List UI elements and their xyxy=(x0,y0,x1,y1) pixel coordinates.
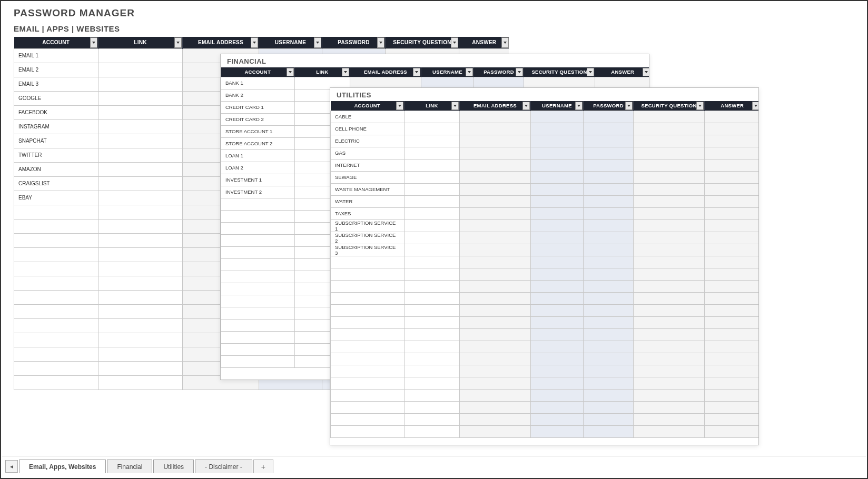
cell[interactable] xyxy=(531,171,584,183)
cell[interactable] xyxy=(221,246,295,258)
cell[interactable] xyxy=(584,377,634,389)
cell[interactable]: INTERNET xyxy=(331,159,405,171)
cell[interactable] xyxy=(460,207,531,219)
cell[interactable] xyxy=(460,328,531,341)
cell[interactable] xyxy=(584,111,634,123)
cell[interactable] xyxy=(634,316,705,328)
cell[interactable] xyxy=(460,135,531,147)
cell[interactable] xyxy=(98,77,183,91)
cell[interactable] xyxy=(584,389,634,401)
cell[interactable] xyxy=(634,268,705,280)
cell[interactable] xyxy=(405,413,460,425)
cell[interactable]: STORE ACCOUNT 2 xyxy=(221,137,295,149)
cell[interactable] xyxy=(531,207,584,219)
cell[interactable] xyxy=(460,292,531,304)
cell[interactable] xyxy=(98,91,183,105)
cell[interactable] xyxy=(634,159,705,171)
cell[interactable] xyxy=(584,292,634,304)
cell[interactable] xyxy=(98,290,183,304)
filter-dropdown-icon[interactable] xyxy=(752,102,759,110)
cell[interactable] xyxy=(460,256,531,268)
filter-dropdown-icon[interactable] xyxy=(451,37,458,48)
cell[interactable] xyxy=(531,147,584,159)
cell[interactable] xyxy=(460,123,531,135)
cell[interactable] xyxy=(331,341,405,353)
cell[interactable] xyxy=(98,48,183,63)
cell[interactable] xyxy=(531,341,584,353)
cell[interactable] xyxy=(634,256,705,268)
cell[interactable] xyxy=(531,353,584,365)
cell[interactable] xyxy=(705,219,759,232)
cell[interactable] xyxy=(14,304,98,318)
cell[interactable] xyxy=(405,147,460,159)
sheet-tab-utilities[interactable]: Utilities xyxy=(153,460,194,473)
filter-dropdown-icon[interactable] xyxy=(287,68,294,76)
cell[interactable]: EBAY xyxy=(14,191,98,205)
cell[interactable] xyxy=(331,413,405,425)
filter-dropdown-icon[interactable] xyxy=(587,68,594,76)
cell[interactable] xyxy=(705,341,759,353)
cell[interactable] xyxy=(14,247,98,262)
cell[interactable]: WATER xyxy=(331,195,405,207)
cell[interactable]: STORE ACCOUNT 1 xyxy=(221,125,295,137)
tab-nav-prev-icon[interactable]: ◂ xyxy=(5,460,18,473)
cell[interactable] xyxy=(331,280,405,292)
cell[interactable] xyxy=(634,111,705,123)
cell[interactable] xyxy=(460,111,531,123)
cell[interactable] xyxy=(705,389,759,401)
cell[interactable] xyxy=(634,328,705,341)
cell[interactable] xyxy=(460,147,531,159)
cell[interactable] xyxy=(98,162,183,176)
cell[interactable] xyxy=(460,195,531,207)
cell[interactable]: LOAN 2 xyxy=(221,162,295,174)
cell[interactable] xyxy=(405,123,460,135)
cell[interactable] xyxy=(705,401,759,413)
cell[interactable]: BANK 2 xyxy=(221,89,295,101)
filter-dropdown-icon[interactable] xyxy=(314,37,321,48)
cell[interactable] xyxy=(584,268,634,280)
cell[interactable] xyxy=(331,292,405,304)
cell[interactable] xyxy=(98,176,183,191)
filter-dropdown-icon[interactable] xyxy=(696,102,704,110)
cell[interactable] xyxy=(705,111,759,123)
cell[interactable] xyxy=(634,171,705,183)
cell[interactable] xyxy=(98,148,183,162)
cell[interactable] xyxy=(705,377,759,389)
cell[interactable] xyxy=(98,262,183,276)
cell[interactable] xyxy=(584,280,634,292)
cell[interactable] xyxy=(221,271,295,283)
filter-dropdown-icon[interactable] xyxy=(501,37,509,48)
cell[interactable] xyxy=(14,347,98,361)
cell[interactable] xyxy=(584,425,634,437)
cell[interactable] xyxy=(405,304,460,316)
cell[interactable] xyxy=(584,413,634,425)
cell[interactable]: EMAIL 2 xyxy=(14,63,98,77)
cell[interactable] xyxy=(460,268,531,280)
cell[interactable] xyxy=(405,377,460,389)
cell[interactable] xyxy=(705,292,759,304)
cell[interactable] xyxy=(14,233,98,247)
cell[interactable] xyxy=(405,207,460,219)
cell[interactable] xyxy=(331,256,405,268)
cell[interactable] xyxy=(221,234,295,246)
cell[interactable] xyxy=(705,171,759,183)
cell[interactable] xyxy=(221,283,295,295)
cell[interactable] xyxy=(634,147,705,159)
cell[interactable] xyxy=(634,292,705,304)
cell[interactable]: TWITTER xyxy=(14,148,98,162)
filter-dropdown-icon[interactable] xyxy=(522,102,530,110)
cell[interactable] xyxy=(405,341,460,353)
filter-dropdown-icon[interactable] xyxy=(342,68,349,76)
cell[interactable] xyxy=(405,365,460,377)
cell[interactable] xyxy=(98,361,183,375)
cell[interactable] xyxy=(405,171,460,183)
cell[interactable] xyxy=(405,316,460,328)
cell[interactable]: INVESTMENT 1 xyxy=(221,174,295,186)
cell[interactable]: SUBSCRIPTION SERVICE 2 xyxy=(331,232,405,244)
cell[interactable] xyxy=(460,316,531,328)
cell[interactable] xyxy=(405,425,460,437)
cell[interactable]: EMAIL 1 xyxy=(14,48,98,63)
cell[interactable] xyxy=(405,111,460,123)
cell[interactable] xyxy=(584,365,634,377)
cell[interactable] xyxy=(405,195,460,207)
